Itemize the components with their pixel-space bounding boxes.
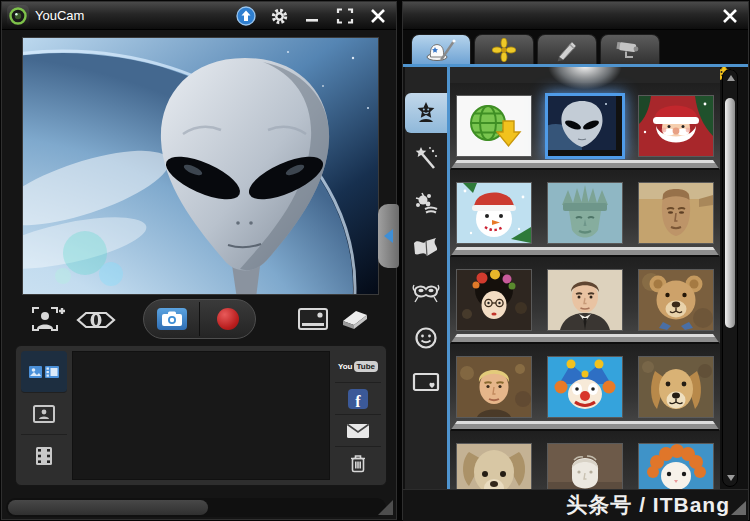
effects-shelf-grid	[450, 67, 720, 489]
share-buttons: YouTube f	[335, 351, 381, 480]
settings-gear-icon[interactable]	[267, 4, 291, 28]
effect-plush-puppy[interactable]	[457, 444, 531, 489]
effect-terracotta-warrior[interactable]	[639, 183, 713, 243]
effects-panel: 头条号 / ITBang	[402, 1, 749, 520]
effect-teddy-bear[interactable]	[639, 270, 713, 330]
mask-icon	[412, 281, 440, 305]
pencil-icon	[554, 38, 580, 62]
shelf-board	[450, 160, 720, 170]
category-frames[interactable]	[405, 363, 447, 403]
filter-all-media[interactable]	[21, 351, 67, 393]
close-panel-icon[interactable]	[718, 4, 742, 28]
dual-view-icon[interactable]	[298, 308, 328, 334]
camera-icon	[157, 308, 187, 330]
effect-geisha[interactable]	[457, 270, 531, 330]
control-bar	[2, 297, 398, 343]
window-title: YouCam	[35, 2, 84, 29]
surveillance-camera-icon	[616, 38, 644, 62]
close-icon[interactable]	[366, 4, 390, 28]
panel-collapse-handle[interactable]	[378, 204, 399, 268]
category-strip	[405, 67, 447, 489]
autofocus-eye-icon[interactable]	[76, 309, 116, 335]
category-avatars[interactable]	[405, 93, 447, 133]
effect-statue-of-liberty[interactable]	[548, 183, 622, 243]
pinwheel-icon	[492, 38, 516, 62]
alien-preview-art	[23, 38, 378, 294]
main-window: YouCam	[1, 1, 397, 520]
category-magic-wand[interactable]	[405, 138, 447, 178]
gallery-scrollbar[interactable]	[6, 498, 386, 517]
email-icon	[346, 423, 370, 439]
youtube-icon: YouTube	[338, 362, 378, 371]
shelf-board	[450, 247, 720, 257]
category-distortions[interactable]	[405, 228, 447, 268]
webcam-preview	[22, 37, 379, 295]
category-emotions[interactable]	[405, 318, 447, 358]
effect-golden-retriever[interactable]	[639, 357, 713, 417]
watermark-text: 头条号 / ITBang	[566, 491, 730, 519]
tab-effects[interactable]	[411, 34, 471, 64]
media-gallery: YouTube f	[15, 345, 387, 486]
face-login-icon[interactable]	[29, 305, 65, 339]
record-button[interactable]	[200, 300, 255, 338]
effect-orange-doll[interactable]	[639, 444, 713, 489]
effect-clown[interactable]	[548, 357, 622, 417]
youtube-share-button[interactable]: YouTube	[335, 351, 381, 383]
email-share-button[interactable]	[335, 415, 381, 447]
eraser-icon[interactable]	[340, 308, 370, 334]
selection-spotlight	[542, 67, 628, 96]
shelf-row-2	[450, 170, 720, 257]
shelf-row-1	[450, 83, 720, 170]
tab-gadgets[interactable]	[474, 34, 534, 64]
full-screen-icon[interactable]	[333, 4, 357, 28]
effect-marble-bust[interactable]	[548, 444, 622, 489]
youcam-app: YouCam	[0, 0, 750, 521]
category-masks[interactable]	[405, 273, 447, 313]
main-titlebar: YouCam	[2, 2, 396, 30]
gallery-content-empty[interactable]	[72, 351, 330, 480]
effects-titlebar	[403, 2, 748, 30]
tab-draw[interactable]	[537, 34, 597, 64]
collapse-arrow-icon	[384, 229, 393, 243]
youcam-logo-icon	[7, 5, 29, 27]
resize-grip[interactable]	[378, 500, 393, 515]
delete-button[interactable]	[335, 447, 381, 479]
magic-hat-icon	[425, 38, 457, 62]
trash-icon	[350, 454, 366, 473]
magic-wand-icon	[413, 145, 439, 171]
panel-bottom-bar: 头条号 / ITBang	[403, 489, 748, 521]
effect-blond-man[interactable]	[457, 357, 531, 417]
category-particles[interactable]	[405, 183, 447, 223]
effect-man-portrait[interactable]	[548, 270, 622, 330]
snapshot-button[interactable]	[144, 300, 199, 338]
avatar-star-icon	[413, 100, 439, 126]
effect-santa-claus[interactable]	[639, 96, 713, 156]
record-icon	[217, 308, 239, 330]
filter-photos[interactable]	[21, 393, 67, 435]
scroll-up-icon[interactable]	[727, 75, 735, 81]
effect-alien[interactable]	[548, 96, 622, 156]
smiley-icon	[414, 326, 438, 350]
shelf-board	[450, 421, 720, 431]
effect-download-more[interactable]	[457, 96, 531, 156]
upload-icon[interactable]	[234, 4, 258, 28]
effect-snowman[interactable]	[457, 183, 531, 243]
panel-resize-grip[interactable]	[731, 501, 746, 515]
particle-splat-icon	[413, 190, 439, 216]
facebook-icon: f	[348, 389, 368, 409]
shelf-row-4	[450, 344, 720, 431]
effects-scrollbar-thumb[interactable]	[725, 98, 735, 328]
facebook-share-button[interactable]: f	[335, 383, 381, 415]
filter-videos[interactable]	[21, 435, 67, 477]
minimize-icon[interactable]	[300, 4, 324, 28]
distortion-icon	[412, 236, 440, 260]
gallery-scrollbar-thumb[interactable]	[8, 500, 208, 515]
effects-scrollbar[interactable]	[722, 69, 738, 487]
gallery-filters	[21, 351, 67, 480]
capture-pill	[143, 299, 256, 339]
scroll-down-icon[interactable]	[727, 475, 735, 481]
effects-content	[403, 67, 748, 489]
tab-surveillance[interactable]	[600, 34, 660, 64]
shelf-row-5	[450, 431, 720, 489]
shelf-board	[450, 334, 720, 344]
